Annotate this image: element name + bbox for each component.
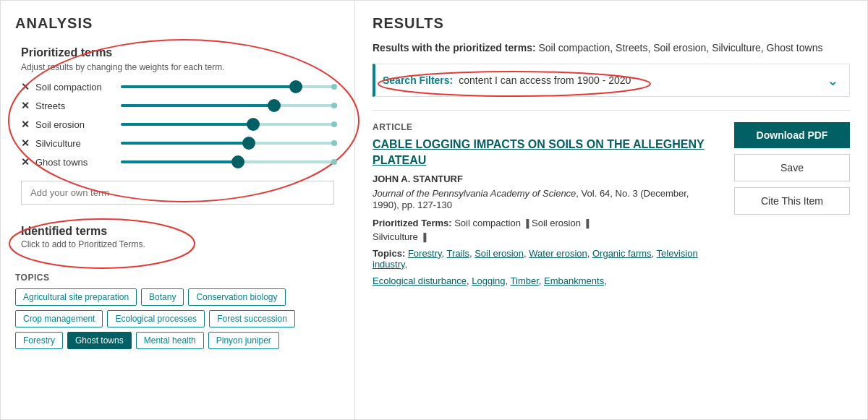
tag-ecological-processes[interactable]: Ecological processes: [107, 310, 205, 327]
filters-chevron-icon[interactable]: ⌄: [827, 72, 839, 89]
tag-crop-management[interactable]: Crop management: [15, 310, 103, 327]
remove-silviculture[interactable]: ✕: [21, 137, 30, 149]
prioritized-terms-label: Prioritized Terms:: [373, 218, 452, 228]
article-result: ARTICLE CABLE LOGGING IMPACTS ON SOILS O…: [373, 122, 850, 286]
action-buttons: Download PDF Save Cite This Item: [734, 122, 850, 286]
article-title[interactable]: CABLE LOGGING IMPACTS ON SOILS ON THE AL…: [373, 137, 708, 169]
results-subtitle-prefix: Results with the prioritized terms:: [373, 42, 536, 53]
search-filters-value: content I can access from 1900 - 2020: [459, 74, 631, 86]
term-row-ghost-towns: ✕ Ghost towns: [21, 156, 334, 168]
tag-pinyon-juniper[interactable]: Pinyon juniper: [208, 332, 279, 349]
article-author: JOHN A. STANTURF: [373, 173, 708, 184]
results-title: RESULTS: [373, 15, 850, 32]
article-topics: Topics: Forestry, Trails, Soil erosion, …: [373, 248, 708, 270]
topic-trails[interactable]: Trails: [447, 248, 469, 259]
tag-conservation-biology[interactable]: Conservation biology: [188, 288, 285, 306]
pterm-silviculture: Silviculture ▐: [373, 231, 426, 242]
term-row-silviculture: ✕ Silviculture: [21, 137, 334, 149]
section-divider: [373, 110, 850, 111]
results-subtitle-terms: Soil compaction, Streets, Soil erosion, …: [536, 42, 823, 53]
topic-forestry[interactable]: Forestry: [408, 248, 442, 259]
remove-soil-erosion[interactable]: ✕: [21, 119, 30, 130]
term-row-streets: ✕ Streets: [21, 100, 334, 111]
topic-logging[interactable]: Logging: [472, 275, 505, 286]
tag-agricultural-site-preparation[interactable]: Agricultural site preparation: [15, 288, 137, 306]
topics-label-article: Topics:: [373, 248, 408, 259]
tag-ghost-towns[interactable]: Ghost towns: [67, 332, 132, 349]
left-panel: ANALYSIS Prioritized terms Adjust result…: [1, 1, 355, 419]
cite-this-item-button[interactable]: Cite This Item: [734, 187, 850, 215]
topic-soil-erosion[interactable]: Soil erosion: [475, 248, 524, 259]
slider-soil-compaction[interactable]: [121, 85, 334, 88]
term-row-soil-erosion: ✕ Soil erosion: [21, 119, 334, 130]
article-prioritized-terms: Prioritized Terms: Soil compaction ▐ Soi…: [373, 218, 708, 228]
article-journal-line: Journal of the Pennsylvania Academy of S…: [373, 187, 708, 210]
identified-terms-title: Identified terms: [21, 225, 145, 238]
tag-mental-health[interactable]: Mental health: [136, 332, 204, 349]
tag-forestry[interactable]: Forestry: [15, 332, 63, 349]
article-topics-2: Ecological disturbance, Logging, Timber,…: [373, 275, 708, 286]
search-filters-label: Search Filters:: [383, 74, 453, 86]
topic-timber[interactable]: Timber: [511, 275, 539, 286]
results-subtitle: Results with the prioritized terms: Soil…: [373, 42, 850, 53]
topic-embankments[interactable]: Embankments: [544, 275, 604, 286]
pterm-soil-erosion: Soil erosion ▐: [532, 218, 589, 228]
tags-grid: Agricultural site preparation Botany Con…: [15, 288, 340, 349]
slider-soil-erosion[interactable]: [121, 123, 334, 126]
topic-ecological-disturbance[interactable]: Ecological disturbance: [373, 275, 467, 286]
article-prioritized-terms-2: Silviculture ▐: [373, 231, 708, 242]
topics-label: TOPICS: [15, 273, 340, 283]
remove-streets[interactable]: ✕: [21, 100, 30, 111]
prioritized-terms-title: Prioritized terms: [21, 46, 334, 59]
article-info: ARTICLE CABLE LOGGING IMPACTS ON SOILS O…: [373, 122, 708, 286]
download-pdf-button[interactable]: Download PDF: [734, 122, 850, 148]
remove-soil-compaction[interactable]: ✕: [21, 81, 30, 93]
slider-streets[interactable]: [121, 104, 334, 107]
topic-water-erosion[interactable]: Water erosion: [529, 248, 587, 259]
remove-ghost-towns[interactable]: ✕: [21, 156, 30, 168]
term-label-silviculture: Silviculture: [35, 138, 115, 149]
right-panel: RESULTS Results with the prioritized ter…: [355, 1, 867, 419]
pterm-soil-compaction: Soil compaction ▐: [454, 218, 529, 228]
term-label-streets: Streets: [35, 100, 115, 111]
tag-forest-succession[interactable]: Forest succession: [209, 310, 295, 327]
term-label-soil-erosion: Soil erosion: [35, 119, 115, 130]
topic-organic-farms[interactable]: Organic farms: [592, 248, 652, 259]
term-label-soil-compaction: Soil compaction: [35, 82, 115, 93]
article-journal: Journal of the Pennsylvania Academy of S…: [373, 188, 576, 199]
analysis-title: ANALYSIS: [15, 15, 340, 32]
term-label-ghost-towns: Ghost towns: [35, 157, 115, 168]
identified-terms-subtitle: Click to add to Prioritized Terms.: [21, 239, 145, 249]
tag-botany[interactable]: Botany: [141, 288, 184, 306]
slider-silviculture[interactable]: [121, 142, 334, 145]
prioritized-terms-subtitle: Adjust results by changing the weights f…: [21, 62, 334, 72]
save-button[interactable]: Save: [734, 154, 850, 181]
term-row-soil-compaction: ✕ Soil compaction: [21, 81, 334, 93]
article-type-label: ARTICLE: [373, 122, 708, 132]
add-term-input[interactable]: [21, 181, 334, 205]
slider-ghost-towns[interactable]: [121, 160, 334, 163]
